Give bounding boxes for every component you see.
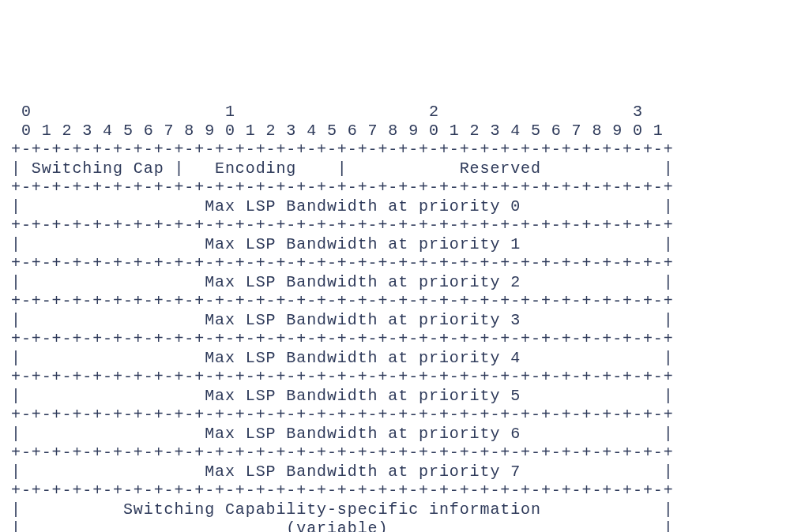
row-1-p0: | Max LSP Bandwidth at priority 0 | (11, 197, 674, 215)
border-line: +-+-+-+-+-+-+-+-+-+-+-+-+-+-+-+-+-+-+-+-… (11, 330, 674, 348)
border-line: +-+-+-+-+-+-+-+-+-+-+-+-+-+-+-+-+-+-+-+-… (11, 368, 674, 386)
row-3-p2: | Max LSP Bandwidth at priority 2 | (11, 273, 674, 291)
row-9-line-1: | (variable) | (11, 519, 674, 532)
border-line: +-+-+-+-+-+-+-+-+-+-+-+-+-+-+-+-+-+-+-+-… (11, 178, 674, 197)
row-9-line-0: | Switching Capability-specific informat… (11, 500, 674, 519)
border-line: +-+-+-+-+-+-+-+-+-+-+-+-+-+-+-+-+-+-+-+-… (11, 140, 674, 159)
row-4-p3: | Max LSP Bandwidth at priority 3 | (11, 311, 674, 329)
row-2-p1: | Max LSP Bandwidth at priority 1 | (11, 235, 674, 253)
border-line: +-+-+-+-+-+-+-+-+-+-+-+-+-+-+-+-+-+-+-+-… (11, 216, 674, 234)
bit-header-units: 0 1 2 3 4 5 6 7 8 9 0 1 2 3 4 5 6 7 8 9 … (11, 122, 664, 140)
row-7-p6: | Max LSP Bandwidth at priority 6 | (11, 425, 674, 443)
border-line: +-+-+-+-+-+-+-+-+-+-+-+-+-+-+-+-+-+-+-+-… (11, 481, 674, 500)
border-line: +-+-+-+-+-+-+-+-+-+-+-+-+-+-+-+-+-+-+-+-… (11, 444, 674, 462)
row-5-p4: | Max LSP Bandwidth at priority 4 | (11, 349, 674, 367)
bit-header-tens: 0 1 2 3 (11, 103, 643, 121)
border-line: +-+-+-+-+-+-+-+-+-+-+-+-+-+-+-+-+-+-+-+-… (11, 292, 674, 310)
border-line: +-+-+-+-+-+-+-+-+-+-+-+-+-+-+-+-+-+-+-+-… (11, 254, 674, 272)
row-0-fields: | Switching Cap | Encoding | Reserved | (11, 159, 674, 178)
border-line: +-+-+-+-+-+-+-+-+-+-+-+-+-+-+-+-+-+-+-+-… (11, 406, 674, 424)
packet-layout-diagram: 0 1 2 3 0 1 2 3 4 5 6 7 8 9 0 1 2 3 4 5 … (11, 84, 779, 532)
row-6-p5: | Max LSP Bandwidth at priority 5 | (11, 387, 674, 405)
row-8-p7: | Max LSP Bandwidth at priority 7 | (11, 463, 674, 481)
